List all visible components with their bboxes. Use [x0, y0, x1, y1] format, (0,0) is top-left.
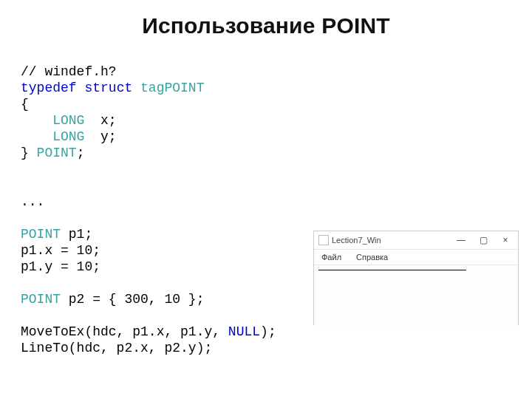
app-icon: [318, 235, 329, 245]
kw-struct: struct: [84, 81, 132, 95]
kw-long-x: LONG: [21, 113, 84, 128]
field-y: y;: [84, 129, 116, 144]
field-x: x;: [84, 113, 116, 128]
window-titlebar: Lection7_Win — ▢ ×: [314, 231, 518, 250]
decl-p2: p2 = { 300, 10 };: [61, 292, 204, 307]
menu-help[interactable]: Справка: [349, 253, 395, 262]
app-window: Lection7_Win — ▢ × Файл Справка: [313, 231, 519, 325]
window-title: Lection7_Win: [332, 236, 450, 245]
blank-line-3: [21, 211, 29, 225]
ellipsis: ...: [21, 194, 44, 209]
code-comment: // windef.h?: [21, 64, 117, 79]
assign-p1x: p1.x = 10;: [21, 243, 100, 258]
blank-line-5: [21, 308, 29, 323]
brace-open: {: [21, 97, 29, 112]
kw-typedef: typedef: [21, 81, 77, 95]
call-lineto: LineTo(hdc, p2.x, p2.y);: [21, 341, 212, 355]
tok-null: NULL: [228, 324, 260, 339]
slide: Использование POINT // windef.h? typedef…: [0, 0, 532, 399]
menu-bar: Файл Справка: [314, 250, 518, 265]
client-area: [314, 265, 518, 326]
semi: ;: [77, 146, 85, 160]
window-controls: — ▢ ×: [450, 232, 518, 248]
slide-title: Использование POINT: [0, 13, 532, 38]
call-movetoex-a: MoveToEx(hdc, p1.x, p1.y,: [21, 324, 228, 339]
drawn-line: [318, 270, 466, 270]
tok-point-p2: POINT: [21, 292, 61, 307]
code-block: // windef.h? typedef struct tagPOINT { L…: [21, 64, 276, 356]
tok-tagpoint: tagPOINT: [140, 81, 204, 95]
blank-line-4: [21, 276, 29, 290]
brace-close: }: [21, 146, 37, 160]
kw-long-y: LONG: [21, 129, 84, 144]
tok-point-p1: POINT: [21, 227, 61, 242]
menu-file[interactable]: Файл: [314, 253, 349, 262]
blank-line-1: [21, 162, 29, 177]
maximize-button[interactable]: ▢: [472, 232, 494, 248]
tok-point-def: POINT: [37, 146, 77, 160]
minimize-button[interactable]: —: [450, 232, 472, 248]
blank-line-2: [21, 178, 29, 193]
decl-p1: p1;: [61, 227, 92, 242]
close-button[interactable]: ×: [494, 232, 516, 248]
call-movetoex-b: );: [260, 324, 276, 339]
assign-p1y: p1.y = 10;: [21, 259, 100, 274]
